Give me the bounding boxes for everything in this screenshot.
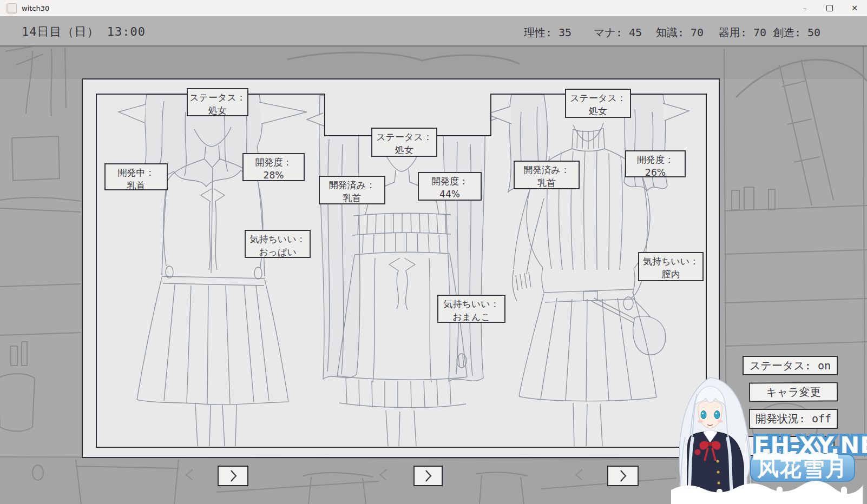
app-icon <box>6 3 17 14</box>
feel-value: 膣内 <box>639 268 702 281</box>
close-button[interactable]: ✕ <box>842 0 867 16</box>
stat-dexterity: 器用: 70 <box>719 25 766 40</box>
chevron-right-icon <box>619 469 627 483</box>
feel-label: 気持ちいい： <box>639 255 702 268</box>
dev-progress-label: 開発度： <box>626 153 685 166</box>
feel-box-char2: 気持ちいい： おまんこ <box>437 295 505 323</box>
status-box-char1: ステータス： 処女 <box>187 88 248 116</box>
status-bar: 14日目（日） 13:00 理性: 35 マナ: 45 知識: 70 器用: 7… <box>0 16 867 47</box>
status-label: ステータス： <box>188 91 247 104</box>
dev-progress-label: 開発度： <box>419 175 481 188</box>
stat-creation: 創造: 50 <box>773 25 820 40</box>
next-character-button-1[interactable] <box>218 466 248 486</box>
dev-state-box-char2: 開発済み： 乳首 <box>319 176 385 204</box>
dev-progress-label: 開発度： <box>244 156 304 169</box>
feel-box-char3: 気持ちいい： 膣内 <box>638 252 704 281</box>
dev-state-value: 乳首 <box>106 179 167 192</box>
dev-progress-box-char1: 開発度： 28% <box>242 153 305 181</box>
game-window: witch30 – ✕ 14日目（日） 13:00 理性: 35 マナ: 45 … <box>0 0 867 504</box>
dev-state-box-char3: 開発済み： 乳首 <box>514 161 580 189</box>
status-box-char2: ステータス： 処女 <box>371 128 437 157</box>
watermark-girl <box>678 377 753 504</box>
status-box-char3: ステータス： 処女 <box>565 89 631 118</box>
dev-state-label: 開発中： <box>106 166 167 179</box>
chevron-right-icon <box>424 469 432 483</box>
status-value: 処女 <box>566 104 630 117</box>
status-value: 処女 <box>188 104 247 117</box>
watermark: FH-XY.NET 风花雪月 <box>667 372 867 504</box>
prev-character-arrow-3[interactable] <box>574 467 584 482</box>
feel-label: 気持ちいい： <box>438 297 504 310</box>
status-toggle-label: ステータス: on <box>750 359 831 373</box>
feel-value: おまんこ <box>438 310 504 323</box>
prev-character-arrow-2[interactable] <box>378 467 389 482</box>
status-value: 処女 <box>372 143 436 156</box>
stat-mana: マナ: 45 <box>594 25 642 40</box>
dev-state-label: 開発済み： <box>515 163 579 176</box>
dev-progress-value: 28% <box>244 169 304 182</box>
minimize-button[interactable]: – <box>792 0 817 16</box>
stat-reason: 理性: 35 <box>524 25 572 40</box>
dev-state-value: 乳首 <box>320 191 384 204</box>
window-title: witch30 <box>22 4 49 12</box>
dev-progress-value: 26% <box>626 166 685 179</box>
next-character-button-2[interactable] <box>413 466 443 486</box>
status-label: ステータス： <box>372 130 436 143</box>
dev-progress-box-char3: 開発度： 26% <box>625 150 686 177</box>
status-label: ステータス： <box>566 91 630 104</box>
maximize-button[interactable] <box>817 0 842 16</box>
prev-character-arrow-1[interactable] <box>184 467 195 482</box>
dev-state-box-char1: 開発中： 乳首 <box>104 163 168 190</box>
feel-value: おっぱい <box>246 246 310 258</box>
feel-label: 気持ちいい： <box>246 233 310 246</box>
game-datetime: 14日目（日） 13:00 <box>22 24 146 40</box>
dev-state-label: 開発済み： <box>320 178 384 191</box>
next-character-button-3[interactable] <box>607 466 639 486</box>
dev-state-value: 乳首 <box>515 176 579 189</box>
dev-progress-value: 44% <box>419 188 481 201</box>
title-bar: witch30 – ✕ <box>0 0 867 16</box>
feel-box-char1: 気持ちいい： おっぱい <box>245 230 311 258</box>
stat-knowledge: 知識: 70 <box>656 25 704 40</box>
chevron-right-icon <box>229 469 238 483</box>
maximize-icon <box>826 5 833 11</box>
dev-progress-box-char2: 開発度： 44% <box>418 172 482 201</box>
